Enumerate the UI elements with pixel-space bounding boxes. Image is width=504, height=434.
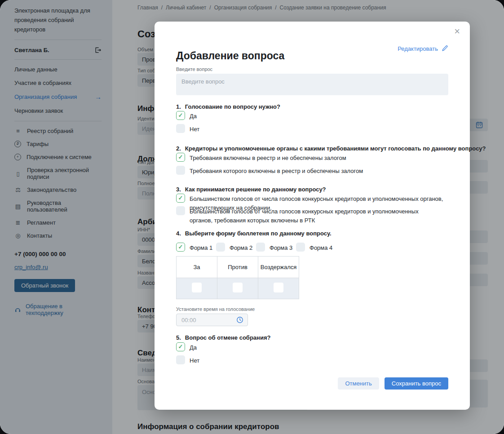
checkbox-checked-icon[interactable] — [176, 153, 185, 162]
table-row — [177, 278, 299, 299]
checkbox-checked-icon[interactable] — [176, 342, 185, 351]
close-icon[interactable]: × — [451, 26, 463, 37]
question-1-title: 1.Голосование по вопросу нужно? — [176, 103, 280, 110]
checkbox-checked-icon[interactable] — [176, 111, 185, 120]
question-4-title: 4.Выберите форму бюллетеня по данному во… — [176, 230, 332, 237]
checkbox-unchecked-icon[interactable] — [176, 124, 185, 133]
checkbox-unchecked-icon[interactable] — [176, 206, 185, 215]
checkbox-checked-icon[interactable] — [176, 194, 185, 203]
vote-abstained-checkbox[interactable] — [274, 283, 283, 292]
checkbox-unchecked-icon[interactable] — [176, 166, 185, 175]
clock-icon[interactable] — [236, 316, 243, 323]
q4-form-3[interactable]: Форма 3 — [256, 243, 292, 252]
voting-time-field — [176, 314, 248, 326]
save-question-button[interactable]: Сохранить вопрос — [385, 377, 448, 390]
q4-form-2[interactable]: Форма 2 — [216, 243, 252, 252]
q4-form-4[interactable]: Форма 4 — [296, 243, 332, 252]
q2-option-2[interactable]: Требования которого включены в реестр и … — [176, 166, 363, 176]
ballot-header-for: За — [177, 257, 217, 278]
question-2-title: 2.Кредиторы и уполномоченные органы с ка… — [176, 145, 486, 152]
ballot-header-abstained: Воздержался — [258, 257, 299, 278]
question-input-label: Введите вопрос — [176, 66, 212, 72]
ballot-header-against: Против — [217, 257, 258, 278]
question-textarea[interactable] — [176, 74, 448, 95]
q1-option-yes[interactable]: Да — [176, 111, 197, 121]
ballot-form-table: За Против Воздержался — [176, 256, 299, 299]
checkbox-unchecked-icon[interactable] — [216, 243, 225, 252]
cancel-button[interactable]: Отменить — [338, 377, 379, 390]
checkbox-checked-icon[interactable] — [176, 243, 185, 252]
q1-option-no[interactable]: Нет — [176, 124, 199, 134]
voting-time-input[interactable] — [181, 316, 234, 324]
q5-option-no[interactable]: Нет — [176, 355, 199, 365]
time-label: Установите время на голосование — [176, 306, 255, 312]
q2-option-1[interactable]: Требования включены в реестр и не обеспе… — [176, 153, 346, 163]
checkbox-unchecked-icon[interactable] — [256, 243, 265, 252]
vote-against-checkbox[interactable] — [233, 283, 243, 292]
edit-question-link[interactable]: Редактировать — [398, 45, 448, 52]
modal-title: Добавление вопроса — [176, 50, 284, 62]
q5-option-yes[interactable]: Да — [176, 342, 197, 352]
vote-for-checkbox[interactable] — [192, 283, 202, 292]
question-5-title: 5.Вопрос об отмене собрания? — [176, 334, 270, 341]
checkbox-unchecked-icon[interactable] — [176, 355, 185, 364]
app-window: Электронная площадка для проведения собр… — [0, 0, 504, 434]
q3-option-2[interactable]: Большинством голосов от числа голосов ко… — [176, 206, 437, 225]
modal-footer: Отменить Сохранить вопрос — [338, 377, 448, 390]
q4-form-1[interactable]: Форма 1 — [176, 243, 212, 252]
checkbox-unchecked-icon[interactable] — [296, 243, 305, 252]
add-question-modal: × Добавление вопроса Редактировать Введи… — [155, 22, 470, 410]
question-3-title: 3.Как принимается решение по данному воп… — [176, 186, 326, 193]
pencil-icon — [441, 45, 448, 52]
